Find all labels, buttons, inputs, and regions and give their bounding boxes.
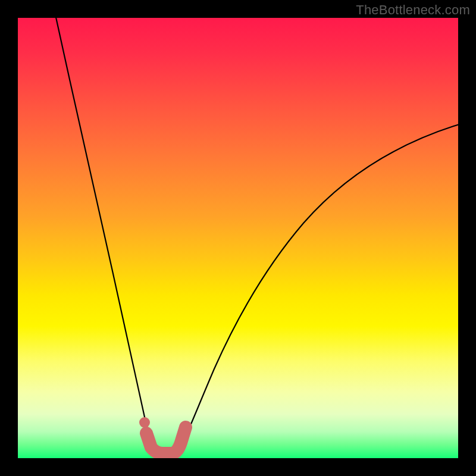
curve-right-branch bbox=[177, 124, 458, 454]
marker-dot bbox=[139, 417, 150, 428]
watermark-text: TheBottleneck.com bbox=[356, 2, 470, 18]
chart-area bbox=[18, 18, 458, 458]
chart-curves bbox=[18, 18, 458, 458]
curve-left-branch bbox=[55, 18, 156, 454]
valley-highlight bbox=[146, 427, 186, 453]
